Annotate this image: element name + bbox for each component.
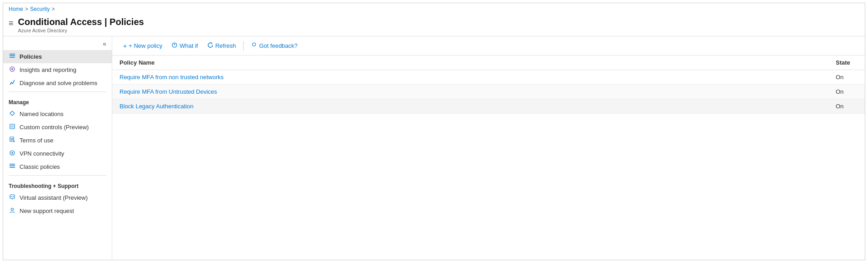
svg-rect-0: [10, 54, 15, 55]
sidebar-label-insights: Insights and reporting: [20, 66, 76, 73]
policy-name-cell: Require MFA from Untrusted Devices: [112, 85, 828, 99]
collapse-button[interactable]: «: [101, 39, 108, 48]
virtual-assistant-icon: [9, 194, 16, 202]
policies-icon: [9, 53, 16, 61]
custom-controls-icon: [9, 123, 16, 131]
hamburger-icon[interactable]: ≡: [9, 19, 14, 28]
classic-policies-icon: [9, 163, 16, 171]
main-layout: « Policies: [3, 36, 865, 260]
svg-rect-15: [10, 167, 15, 168]
sidebar-item-vpn[interactable]: VPN connectivity: [3, 147, 112, 160]
sidebar-collapse-btn[interactable]: «: [3, 38, 112, 50]
svg-rect-16: [10, 195, 15, 198]
breadcrumb: Home > Security >: [3, 3, 865, 15]
table-row[interactable]: Require MFA from non trusted networksOn: [112, 70, 865, 85]
sidebar-label-vpn: VPN connectivity: [20, 150, 64, 157]
sidebar-item-custom-controls[interactable]: Custom controls (Preview): [3, 121, 112, 134]
troubleshooting-section-label: Troubleshooting + Support: [3, 177, 112, 191]
content-area: + + New policy What if: [112, 36, 865, 260]
svg-point-19: [11, 208, 14, 211]
new-policy-icon: +: [123, 42, 127, 50]
svg-rect-9: [11, 139, 13, 140]
col-policy-name[interactable]: Policy Name: [112, 56, 828, 70]
sidebar-label-new-support: New support request: [20, 207, 74, 214]
policy-state-cell: On: [828, 70, 865, 85]
sidebar-item-insights[interactable]: Insights and reporting: [3, 63, 112, 76]
breadcrumb-security[interactable]: Security: [30, 6, 50, 12]
page-title: Conditional Access | Policies: [18, 17, 144, 27]
svg-point-4: [11, 68, 13, 70]
sidebar-label-diagnose: Diagnose and solve problems: [20, 80, 97, 86]
sidebar-label-named-locations: Named locations: [20, 111, 64, 117]
policy-name-cell: Require MFA from non trusted networks: [112, 70, 828, 85]
svg-rect-13: [10, 164, 15, 165]
policy-state-cell: On: [828, 99, 865, 114]
sidebar-label-terms: Terms of use: [20, 137, 53, 144]
policy-state-cell: On: [828, 85, 865, 99]
policy-name-cell: Block Legacy Authentication: [112, 99, 828, 114]
svg-rect-14: [10, 166, 15, 167]
policy-link[interactable]: Require MFA from non trusted networks: [120, 74, 224, 81]
breadcrumb-home[interactable]: Home: [9, 6, 23, 12]
page-header: ≡ Conditional Access | Policies Azure Ac…: [3, 15, 865, 36]
manage-section-label: Manage: [3, 94, 112, 107]
insights-icon: [9, 66, 16, 74]
svg-point-17: [11, 196, 12, 197]
refresh-icon: [207, 42, 214, 50]
sidebar-label-policies: Policies: [20, 53, 42, 60]
sidebar-label-custom-controls: Custom controls (Preview): [20, 124, 89, 131]
toolbar: + + New policy What if: [112, 36, 865, 56]
sidebar-label-classic-policies: Classic policies: [20, 163, 60, 170]
policy-link[interactable]: Block Legacy Authentication: [120, 103, 194, 110]
sidebar-item-named-locations[interactable]: Named locations: [3, 107, 112, 121]
sidebar-item-policies[interactable]: Policies: [3, 50, 112, 63]
svg-rect-6: [11, 125, 14, 128]
feedback-icon: [251, 42, 257, 50]
what-if-button[interactable]: What if: [168, 40, 201, 51]
diagnose-icon: [9, 79, 16, 87]
svg-rect-8: [11, 138, 13, 139]
table-row[interactable]: Require MFA from Untrusted DevicesOn: [112, 85, 865, 99]
sidebar: « Policies: [3, 36, 112, 260]
terms-icon: [9, 137, 16, 144]
sidebar-item-classic-policies[interactable]: Classic policies: [3, 160, 112, 173]
svg-rect-2: [10, 57, 15, 58]
svg-rect-1: [10, 56, 15, 56]
sidebar-item-diagnose[interactable]: Diagnose and solve problems: [3, 76, 112, 90]
named-locations-icon: [9, 110, 16, 118]
sidebar-label-virtual-assistant: Virtual assistant (Preview): [20, 194, 88, 201]
toolbar-separator: [243, 41, 244, 51]
svg-rect-10: [11, 140, 12, 141]
new-policy-button[interactable]: + + New policy: [120, 40, 166, 51]
svg-point-12: [12, 152, 13, 154]
col-state[interactable]: State: [828, 56, 865, 70]
table-row[interactable]: Block Legacy AuthenticationOn: [112, 99, 865, 114]
sidebar-item-new-support[interactable]: New support request: [3, 204, 112, 217]
sidebar-item-virtual-assistant[interactable]: Virtual assistant (Preview): [3, 191, 112, 204]
svg-point-18: [13, 196, 14, 197]
policy-table: Policy Name State Require MFA from non t…: [112, 56, 865, 114]
policy-link[interactable]: Require MFA from Untrusted Devices: [120, 88, 217, 95]
refresh-button[interactable]: Refresh: [204, 40, 240, 51]
new-support-icon: [9, 207, 16, 215]
page-subtitle: Azure Active Directory: [18, 28, 144, 33]
what-if-icon: [171, 42, 178, 50]
feedback-button[interactable]: Got feedback?: [247, 40, 301, 51]
vpn-icon: [9, 150, 16, 157]
sidebar-item-terms-of-use[interactable]: Terms of use: [3, 134, 112, 147]
svg-point-23: [175, 44, 175, 45]
